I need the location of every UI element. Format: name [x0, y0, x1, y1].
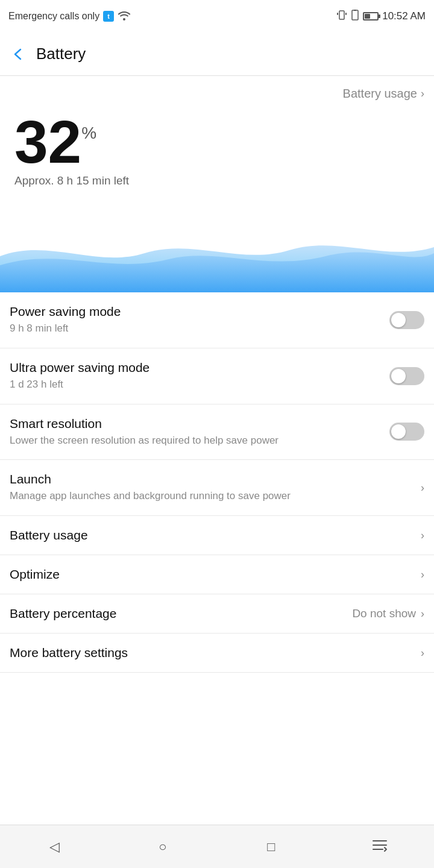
- svg-rect-0: [339, 11, 344, 19]
- svg-rect-4: [354, 10, 356, 11]
- smart-resolution-subtitle: Lower the screen resolution as required …: [10, 433, 382, 448]
- battery-wave-visual: [0, 220, 434, 292]
- ultra-power-saving-subtitle: 1 d 23 h left: [10, 377, 382, 392]
- more-battery-settings-title: More battery settings: [10, 646, 414, 660]
- power-saving-mode-subtitle: 9 h 8 min left: [10, 321, 382, 336]
- battery-time-left: Approx. 8 h 15 min left: [14, 174, 420, 187]
- settings-item-right: [389, 423, 424, 441]
- battery-display: 32 % Approx. 8 h 15 min left: [0, 105, 434, 226]
- vibrate-icon: [336, 10, 347, 23]
- more-battery-settings-chevron-icon: ›: [421, 647, 424, 659]
- launch-title: Launch: [10, 472, 414, 486]
- settings-item-launch[interactable]: Launch Manage app launches and backgroun…: [0, 460, 434, 516]
- settings-item-left: Battery usage: [10, 528, 421, 542]
- nav-back-button[interactable]: ◁: [39, 835, 69, 859]
- battery-percent-number: 32: [14, 112, 81, 172]
- svg-rect-1: [337, 13, 338, 15]
- settings-item-left: Power saving mode 9 h 8 min left: [10, 304, 389, 336]
- settings-item-left: Ultra power saving mode 1 d 23 h left: [10, 360, 389, 392]
- battery-status-icon: [363, 12, 379, 20]
- settings-item-battery-usage[interactable]: Battery usage ›: [0, 516, 434, 555]
- nav-home-button[interactable]: ○: [148, 835, 178, 859]
- power-saving-mode-toggle[interactable]: [389, 311, 424, 329]
- smart-resolution-toggle[interactable]: [389, 423, 424, 441]
- battery-usage-chevron-icon: ›: [421, 529, 424, 542]
- ultra-power-saving-toggle[interactable]: [389, 367, 424, 385]
- status-left: Emergency calls only t: [8, 10, 131, 23]
- nav-menu-icon: [372, 838, 388, 855]
- settings-item-left: More battery settings: [10, 646, 421, 660]
- status-bar: Emergency calls only t: [0, 0, 434, 33]
- settings-item-right: ›: [421, 568, 424, 581]
- settings-list: Power saving mode 9 h 8 min left Ultra p…: [0, 292, 434, 825]
- settings-item-right: ›: [421, 647, 424, 659]
- settings-item-battery-percentage[interactable]: Battery percentage Do not show ›: [0, 594, 434, 634]
- settings-item-right: [389, 367, 424, 385]
- optimize-chevron-icon: ›: [421, 568, 424, 581]
- battery-percentage-chevron-icon: ›: [421, 608, 424, 620]
- ultra-power-saving-title: Ultra power saving mode: [10, 360, 382, 375]
- settings-item-right: [389, 311, 424, 329]
- settings-item-left: Launch Manage app launches and backgroun…: [10, 472, 421, 503]
- battery-usage-title: Battery usage: [10, 528, 414, 542]
- page-title: Battery: [36, 45, 86, 63]
- twitter-icon: t: [103, 11, 114, 22]
- settings-item-ultra-power-saving[interactable]: Ultra power saving mode 1 d 23 h left: [0, 348, 434, 404]
- settings-item-power-saving-mode[interactable]: Power saving mode 9 h 8 min left: [0, 292, 434, 348]
- settings-item-right: ›: [421, 482, 424, 494]
- settings-item-right: ›: [421, 529, 424, 542]
- settings-item-smart-resolution[interactable]: Smart resolution Lower the screen resolu…: [0, 404, 434, 461]
- nav-recents-button[interactable]: □: [256, 835, 286, 859]
- settings-item-right: Do not show ›: [352, 607, 424, 620]
- settings-item-left: Optimize: [10, 567, 421, 582]
- time-display: 10:52 AM: [382, 10, 426, 22]
- launch-chevron-icon: ›: [421, 482, 424, 494]
- battery-usage-header-link[interactable]: Battery usage ›: [0, 76, 434, 105]
- battery-percent-display: 32 %: [14, 112, 420, 172]
- emergency-calls-text: Emergency calls only: [8, 11, 99, 22]
- settings-item-more-battery-settings[interactable]: More battery settings ›: [0, 634, 434, 673]
- back-button[interactable]: [10, 46, 27, 63]
- svg-rect-3: [352, 10, 358, 20]
- optimize-title: Optimize: [10, 567, 414, 582]
- nav-back-icon: ◁: [49, 839, 60, 855]
- battery-percentage-value: Do not show: [352, 607, 416, 620]
- nav-menu-button[interactable]: [365, 835, 395, 859]
- percent-symbol: %: [81, 125, 96, 142]
- nav-bar: ◁ ○ □: [0, 825, 434, 868]
- status-right: 10:52 AM: [336, 10, 426, 23]
- battery-usage-link-text: Battery usage: [343, 87, 417, 101]
- charging-icon: [351, 10, 359, 23]
- app-bar: Battery: [0, 33, 434, 76]
- battery-usage-chevron-icon: ›: [421, 87, 424, 100]
- nav-recents-icon: □: [267, 839, 275, 855]
- nav-home-icon: ○: [159, 839, 166, 855]
- settings-item-optimize[interactable]: Optimize ›: [0, 555, 434, 594]
- power-saving-mode-title: Power saving mode: [10, 304, 382, 319]
- wifi-icon: [118, 10, 131, 23]
- settings-item-left: Battery percentage: [10, 606, 352, 621]
- svg-rect-2: [345, 13, 347, 15]
- settings-item-left: Smart resolution Lower the screen resolu…: [10, 417, 389, 448]
- battery-percentage-title: Battery percentage: [10, 606, 345, 621]
- smart-resolution-title: Smart resolution: [10, 417, 382, 431]
- launch-subtitle: Manage app launches and background runni…: [10, 489, 414, 503]
